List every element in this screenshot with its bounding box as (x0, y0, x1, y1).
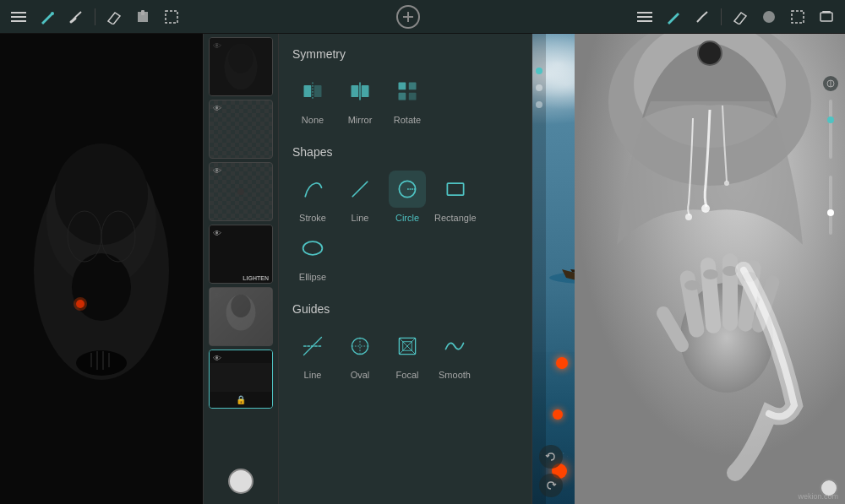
left-canvas-image (0, 34, 203, 504)
layers-panel: 👁 👁 👁 👁 LIGHTEN 👁 (203, 34, 279, 504)
shape-line-label: Line (352, 213, 369, 223)
symmetry-none[interactable]: None (292, 73, 333, 125)
layer-item-4[interactable]: 👁 LIGHTEN (209, 225, 273, 284)
svg-point-11 (763, 11, 775, 23)
svg-point-22 (76, 350, 127, 376)
svg-point-86 (701, 204, 710, 213)
canvas-handle-bot[interactable] (536, 101, 542, 108)
svg-point-18 (55, 144, 148, 245)
svg-point-68 (563, 453, 564, 453)
layer-visibility-icon-2[interactable]: 👁 (213, 104, 221, 113)
svg-rect-40 (362, 85, 369, 97)
layers-icon[interactable] (815, 5, 838, 29)
toolbar-center (188, 5, 628, 29)
smudge-icon[interactable] (64, 5, 88, 29)
right-canvas: wekion.com (575, 34, 845, 504)
layer-item-1[interactable]: 👁 (209, 37, 273, 96)
shape-ellipse[interactable]: Ellipse (292, 230, 333, 282)
svg-rect-39 (352, 85, 359, 97)
symmetry-mirror-label: Mirror (348, 115, 373, 125)
redo-button[interactable] (539, 474, 563, 497)
shape-ellipse-label: Ellipse (299, 272, 326, 282)
erase2-icon[interactable] (728, 5, 752, 29)
menu-icon[interactable] (7, 5, 30, 29)
layer-item-5[interactable]: 👁 (209, 287, 273, 346)
svg-point-3 (51, 12, 54, 15)
shapes-title: Shapes (292, 145, 518, 159)
layer-visibility-icon-4[interactable]: 👁 (213, 229, 221, 238)
right-canvas-controls (823, 76, 838, 235)
toolbar-right (633, 5, 838, 29)
symmetry-mirror[interactable]: Mirror (340, 73, 380, 125)
color-swatch[interactable] (228, 469, 254, 494)
select-icon[interactable] (160, 5, 183, 29)
shape-circle-label: Circle (395, 213, 419, 223)
undo-button[interactable] (539, 445, 563, 469)
layer-item-6[interactable]: 👁 🔒 (209, 350, 273, 409)
smudge2-icon[interactable] (690, 5, 714, 29)
menu2-icon[interactable] (633, 5, 657, 29)
orb-1 (556, 357, 568, 369)
brush2-icon[interactable] (662, 5, 685, 29)
brush-icon[interactable] (35, 5, 59, 29)
svg-point-31 (228, 44, 253, 73)
canvas-undo-redo (539, 445, 563, 497)
svg-point-85 (685, 214, 692, 220)
svg-point-87 (724, 181, 729, 186)
layer-item-2[interactable]: 👁 (209, 100, 273, 159)
fill-icon[interactable] (131, 5, 155, 29)
svg-point-19 (72, 253, 131, 321)
canvas-handle-mid[interactable] (536, 84, 542, 91)
svg-point-69 (567, 456, 568, 457)
svg-rect-43 (409, 83, 417, 90)
svg-rect-5 (166, 11, 177, 23)
canvas-handle-top[interactable] (536, 68, 542, 74)
guides-section: Guides Line (292, 302, 518, 380)
top-toolbar (0, 0, 845, 34)
svg-rect-4 (141, 10, 144, 15)
right-slider-1[interactable] (829, 100, 832, 159)
shape-rectangle-label: Rectangle (434, 213, 477, 223)
right-canvas-color-dot[interactable] (697, 41, 722, 66)
svg-point-21 (74, 297, 87, 311)
guides-title: Guides (292, 302, 518, 316)
erase-icon[interactable] (102, 5, 126, 29)
guide-smooth[interactable]: Smooth (434, 328, 475, 380)
watermark: wekion.com (798, 492, 838, 501)
guide-line-label: Line (304, 370, 322, 380)
layer-visibility-icon-3[interactable]: 👁 (213, 166, 221, 176)
select2-icon[interactable] (786, 5, 810, 29)
symmetry-tools: None Mirror (292, 73, 518, 125)
right-slider-2[interactable] (829, 176, 832, 235)
svg-rect-13 (820, 13, 832, 21)
svg-rect-12 (792, 11, 804, 23)
svg-point-34 (231, 295, 250, 317)
symmetry-none-label: None (302, 115, 324, 125)
main-content: 👁 👁 👁 👁 LIGHTEN 👁 (0, 34, 845, 504)
svg-point-50 (303, 241, 323, 255)
canvas-preview[interactable] (532, 34, 575, 504)
guide-focal[interactable]: Focal (387, 328, 428, 380)
guide-oval-label: Oval (351, 370, 370, 380)
slider-thumb-2[interactable] (827, 209, 834, 216)
layer-visibility-icon-6[interactable]: 👁 (213, 354, 221, 363)
opacity-control[interactable] (823, 76, 838, 91)
fill2-icon[interactable] (757, 5, 781, 29)
symmetry-rotate[interactable]: Rotate (387, 73, 428, 125)
guide-line[interactable]: Line (292, 328, 333, 380)
slider-thumb-1[interactable] (827, 117, 834, 123)
symmetry-rotate-label: Rotate (394, 115, 421, 125)
shapes-section: Shapes Stroke Line (292, 145, 518, 282)
shape-circle[interactable]: Circle (387, 171, 428, 223)
svg-rect-35 (210, 363, 272, 392)
shape-rectangle[interactable]: Rectangle (434, 171, 477, 223)
symmetry-section: Symmetry None (292, 47, 518, 125)
shape-line[interactable]: Line (340, 171, 380, 223)
shape-stroke[interactable]: Stroke (292, 171, 333, 223)
guide-oval[interactable]: Oval (340, 328, 380, 380)
layer-item-3[interactable]: 👁 (209, 162, 273, 221)
svg-rect-37 (314, 85, 322, 97)
symmetry-title: Symmetry (292, 47, 518, 61)
add-button[interactable] (396, 5, 420, 29)
svg-rect-36 (304, 85, 312, 97)
